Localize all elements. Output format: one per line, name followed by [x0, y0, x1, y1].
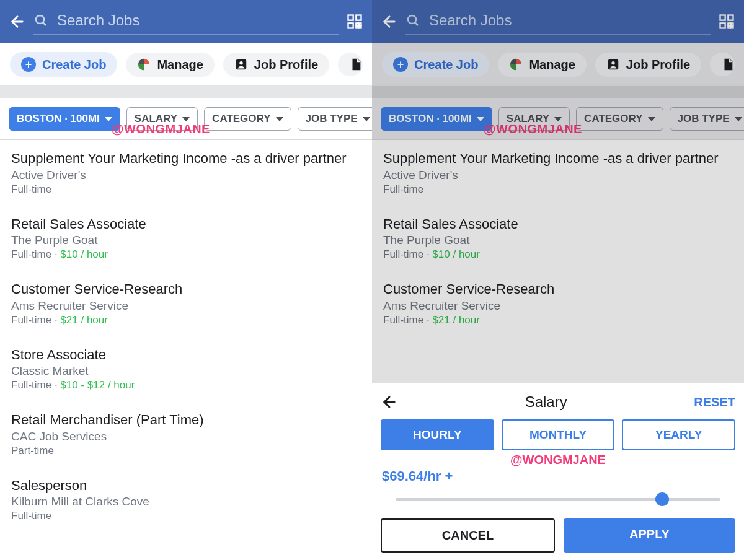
- app-header: [0, 0, 372, 43]
- job-meta: Full-time · $10 / hour: [383, 248, 733, 261]
- svg-rect-18: [728, 23, 730, 25]
- create-job-pill[interactable]: + Create Job: [382, 52, 489, 77]
- job-title: Retail Merchandiser (Part Time): [11, 411, 361, 429]
- salary-period-segment: HOURLY MONTHLY YEARLY: [381, 419, 735, 450]
- job-list-item[interactable]: Customer Service-ResearchAms Recruiter S…: [0, 271, 372, 336]
- svg-rect-6: [356, 23, 358, 25]
- job-title: Retail Sales Associate: [383, 216, 733, 233]
- extra-pill[interactable]: [710, 53, 735, 76]
- job-profile-label: Job Profile: [626, 58, 690, 72]
- job-meta: Part-time: [11, 445, 361, 457]
- job-list-item[interactable]: Supplement Your Marketing Income -as a d…: [0, 140, 372, 206]
- salary-slider[interactable]: [396, 498, 720, 501]
- salary-chip-label: SALARY: [135, 113, 177, 125]
- search-wrap[interactable]: [33, 9, 339, 35]
- chevron-down-icon: [477, 117, 484, 121]
- salary-chip[interactable]: SALARY: [126, 107, 198, 131]
- qr-icon[interactable]: [718, 13, 735, 30]
- job-company: CAC Job Services: [11, 430, 361, 444]
- section-divider: [372, 86, 744, 98]
- category-chip[interactable]: CATEGORY: [576, 107, 663, 131]
- svg-rect-7: [359, 26, 361, 28]
- svg-rect-5: [348, 23, 353, 28]
- chevron-down-icon: [363, 117, 370, 121]
- doc-icon: [721, 58, 735, 71]
- manage-pill[interactable]: Manage: [498, 53, 586, 77]
- svg-point-1: [36, 15, 44, 24]
- job-profile-pill[interactable]: Job Profile: [595, 53, 701, 77]
- location-chip[interactable]: BOSTON · 100MI: [9, 107, 120, 131]
- salary-value: $69.64/hr +: [382, 468, 735, 484]
- watermark: @WONGMJANE: [381, 453, 735, 467]
- back-arrow-icon[interactable]: [381, 13, 398, 30]
- svg-point-23: [611, 61, 615, 65]
- jobs-screen-with-sheet: + Create Job Manage Job Profile BOSTON ·…: [372, 0, 744, 560]
- job-list-item[interactable]: Supplement Your Marketing Income -as a d…: [372, 140, 744, 206]
- jobtype-chip[interactable]: JOB TYPE: [298, 107, 372, 131]
- job-company: Ams Recruiter Service: [11, 299, 361, 313]
- back-arrow-icon[interactable]: [9, 13, 26, 30]
- job-list-item[interactable]: Retail Sales AssociateThe Purple GoatFul…: [372, 206, 744, 271]
- hourly-tab[interactable]: HOURLY: [381, 419, 494, 450]
- yearly-tab[interactable]: YEARLY: [622, 419, 735, 450]
- plus-icon: +: [21, 57, 36, 72]
- search-icon: [405, 13, 420, 28]
- cancel-button[interactable]: CANCEL: [381, 518, 555, 553]
- search-input[interactable]: [57, 9, 339, 32]
- chevron-down-icon: [735, 117, 742, 121]
- jobtype-chip-label: JOB TYPE: [306, 113, 358, 125]
- category-chip-label: CATEGORY: [212, 113, 270, 125]
- extra-pill[interactable]: [338, 53, 363, 76]
- job-meta: Full-time · $10 / hour: [11, 248, 361, 261]
- location-chip[interactable]: BOSTON · 100MI: [381, 107, 492, 131]
- job-company: The Purple Goat: [383, 234, 733, 247]
- create-job-label: Create Job: [414, 58, 478, 72]
- job-title: Customer Service-Research: [383, 281, 733, 298]
- sheet-divider: [372, 512, 744, 512]
- job-profile-label: Job Profile: [254, 58, 318, 72]
- slider-thumb[interactable]: [655, 492, 669, 506]
- search-wrap[interactable]: [405, 9, 711, 35]
- svg-rect-3: [348, 15, 353, 20]
- job-list-item[interactable]: SalespersonKilburn Mill at Clarks CoveFu…: [0, 467, 372, 533]
- location-chip-label: BOSTON · 100MI: [17, 113, 100, 125]
- category-chip-label: CATEGORY: [584, 113, 642, 125]
- job-list-item[interactable]: Store AssociateClassic MarketFull-time ·…: [0, 336, 372, 402]
- svg-rect-20: [728, 26, 730, 28]
- job-list-item[interactable]: Retail Sales AssociateThe Purple GoatFul…: [0, 206, 372, 271]
- qr-icon[interactable]: [346, 13, 363, 30]
- sheet-title: Salary: [525, 393, 567, 411]
- jobtype-chip[interactable]: JOB TYPE: [670, 107, 744, 131]
- svg-rect-17: [720, 23, 725, 28]
- job-list-item[interactable]: Customer Service-ResearchAms Recruiter S…: [372, 271, 744, 336]
- sheet-back-icon[interactable]: [381, 393, 398, 411]
- svg-line-14: [415, 22, 418, 25]
- svg-point-11: [239, 61, 243, 65]
- job-title: Retail Sales Associate: [11, 216, 361, 233]
- profile-icon: [234, 58, 248, 71]
- monthly-tab[interactable]: MONTHLY: [502, 419, 615, 450]
- apply-button[interactable]: APPLY: [564, 518, 735, 553]
- svg-rect-21: [731, 23, 733, 25]
- job-meta: Full-time · $21 / hour: [383, 314, 733, 326]
- sheet-reset-button[interactable]: RESET: [694, 395, 735, 409]
- category-chip[interactable]: CATEGORY: [204, 107, 291, 131]
- job-list-item[interactable]: Retail Merchandiser (Part Time)CAC Job S…: [0, 401, 372, 467]
- chevron-down-icon: [554, 117, 562, 121]
- create-job-label: Create Job: [42, 58, 106, 72]
- sheet-actions: CANCEL APPLY: [381, 518, 735, 553]
- job-company: Classic Market: [11, 364, 361, 378]
- job-company: Ams Recruiter Service: [383, 299, 733, 313]
- job-list[interactable]: Supplement Your Marketing Income -as a d…: [0, 140, 372, 560]
- salary-chip[interactable]: SALARY: [498, 107, 570, 131]
- slider-track: [396, 498, 720, 501]
- manage-label: Manage: [157, 58, 203, 72]
- job-profile-pill[interactable]: Job Profile: [223, 53, 329, 77]
- manage-pill[interactable]: Manage: [126, 53, 214, 77]
- create-job-pill[interactable]: + Create Job: [10, 52, 117, 77]
- pie-icon: [137, 58, 151, 71]
- search-input[interactable]: [429, 9, 711, 32]
- job-meta: Full-time: [11, 183, 361, 196]
- top-pill-bar: + Create Job Manage Job Profile: [372, 43, 744, 86]
- job-meta: Full-time: [11, 510, 361, 522]
